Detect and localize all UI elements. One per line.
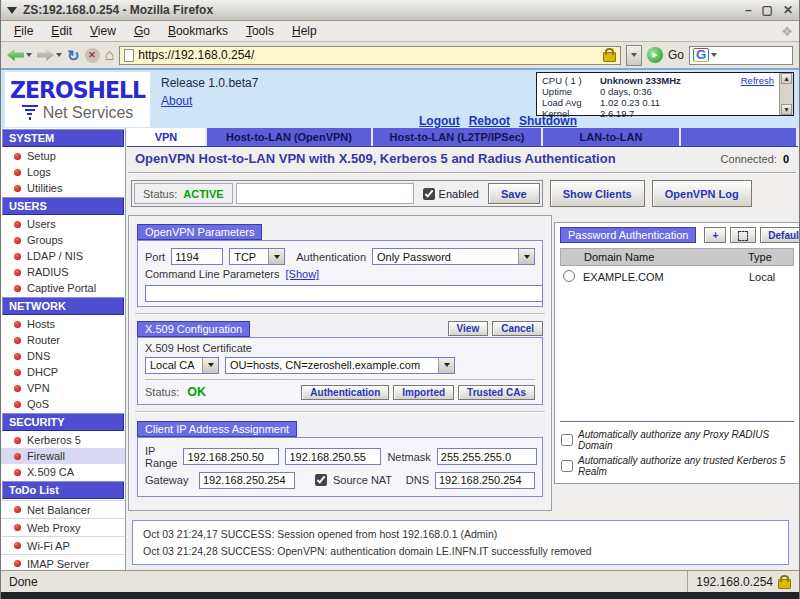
sidebar-item-users[interactable]: Users: [1, 216, 125, 232]
home-icon[interactable]: ⌂: [105, 47, 115, 63]
system-stats-box: CPU ( 1 ) Unknown 233MHz Refresh Uptime …: [536, 72, 794, 116]
openvpn-log-button[interactable]: OpenVPN Log: [652, 180, 752, 207]
sidebar-section-users: USERS: [2, 197, 124, 215]
menu-file[interactable]: File: [5, 22, 42, 40]
proxy-radius-checkbox[interactable]: [561, 434, 573, 446]
netmask-input[interactable]: [437, 448, 537, 465]
menu-edit[interactable]: Edit: [42, 22, 81, 40]
sidebar-item-captive-portal[interactable]: Captive Portal: [1, 280, 125, 296]
sidebar-item-imap-server[interactable]: IMAP Server: [1, 554, 125, 570]
sidebar-item-radius[interactable]: RADIUS: [1, 264, 125, 280]
sidebar-item-net-balancer[interactable]: Net Balancer: [1, 500, 125, 518]
sidebar-item-ldap-nis[interactable]: LDAP / NIS: [1, 248, 125, 264]
proxy-radius-check-row: Automatically authorize any Proxy RADIUS…: [561, 429, 793, 451]
logout-link[interactable]: Logout: [419, 114, 460, 128]
dns-input[interactable]: [435, 472, 535, 489]
save-button[interactable]: Save: [488, 183, 540, 204]
url-history-dropdown[interactable]: [626, 45, 642, 66]
sidebar-item-wifi-ap[interactable]: Wi-Fi AP: [1, 536, 125, 554]
forward-dropdown-icon[interactable]: [56, 53, 62, 57]
sidebar-item-firewall[interactable]: Firewall: [1, 448, 125, 464]
ip-range-to-input[interactable]: [285, 448, 381, 465]
sidebar-item-setup[interactable]: Setup: [1, 148, 125, 164]
scroll-up-icon[interactable]: ▲: [781, 73, 792, 84]
reload-icon[interactable]: ↻: [67, 48, 80, 63]
tab-host-to-lan-l2tp[interactable]: Host-to-LAN (L2TP/IPSec): [373, 128, 543, 146]
source-nat-checkbox[interactable]: [315, 474, 327, 486]
authentication-button[interactable]: Authentication: [301, 385, 389, 400]
stats-scrollbar[interactable]: ▲ ▼: [779, 73, 793, 115]
view-button[interactable]: View: [448, 321, 489, 336]
sidebar-item-utilities[interactable]: Utilities: [1, 180, 125, 196]
forward-button[interactable]: [37, 49, 62, 61]
tab-vpn[interactable]: VPN: [127, 128, 207, 146]
certificate-select[interactable]: OU=hosts, CN=zeroshell.example.com: [225, 357, 455, 374]
scroll-down-icon[interactable]: ▼: [781, 104, 792, 115]
back-button[interactable]: [7, 49, 32, 61]
menu-go[interactable]: Go: [125, 22, 159, 40]
port-input[interactable]: [171, 248, 223, 265]
sidebar-item-router[interactable]: Router: [1, 332, 125, 348]
sidebar-item-kerberos5[interactable]: Kerberos 5: [1, 432, 125, 448]
domain-table-row: EXAMPLE.COM Local: [560, 266, 794, 288]
search-engine-dropdown-icon[interactable]: [711, 53, 717, 57]
url-text[interactable]: https://192.168.0.254/: [138, 48, 599, 62]
show-clients-button[interactable]: Show Clients: [550, 180, 645, 207]
statusbar-text: Done: [9, 575, 38, 589]
statusbar-site[interactable]: 192.168.0.254: [687, 571, 799, 592]
tab-host-to-lan-openvpn[interactable]: Host-to-LAN (OpenVPN): [207, 128, 373, 146]
sidebar-item-qos[interactable]: QoS: [1, 396, 125, 412]
ca-select[interactable]: Local CA: [145, 357, 219, 374]
tab-lan-to-lan[interactable]: LAN-to-LAN: [543, 128, 681, 146]
reboot-link[interactable]: Reboot: [469, 114, 510, 128]
url-bar[interactable]: https://192.168.0.254/: [119, 46, 621, 65]
domain-radio[interactable]: [563, 270, 575, 282]
bullet-icon: [14, 185, 21, 192]
about-link[interactable]: About: [161, 94, 192, 108]
ip-range-from-input[interactable]: [183, 448, 279, 465]
menu-tools[interactable]: Tools: [237, 22, 283, 40]
close-icon[interactable]: ✕: [783, 4, 793, 16]
menu-help[interactable]: Help: [283, 22, 326, 40]
trusted-cas-button[interactable]: Trusted CAs: [458, 385, 535, 400]
authentication-select[interactable]: Only Password: [372, 248, 535, 265]
kerberos-realm-checkbox[interactable]: [561, 460, 573, 472]
cmdline-input[interactable]: [145, 285, 543, 302]
show-link[interactable]: [Show]: [286, 268, 320, 280]
sidebar-item-logs[interactable]: Logs: [1, 164, 125, 180]
sidebar-item-vpn[interactable]: VPN: [1, 380, 125, 396]
bullet-icon: [14, 237, 21, 244]
refresh-link[interactable]: Refresh: [741, 75, 774, 86]
throbber-icon: ❖: [781, 24, 795, 39]
cancel-button[interactable]: Cancel: [492, 321, 543, 336]
menu-view[interactable]: View: [81, 22, 125, 40]
kerberos-realm-check-row: Automatically authorize any trusted Kerb…: [561, 455, 793, 477]
go-icon[interactable]: ▶: [647, 47, 663, 63]
main-content: VPN Host-to-LAN (OpenVPN) Host-to-LAN (L…: [126, 128, 799, 570]
maximize-icon[interactable]: ▢: [762, 4, 773, 16]
add-domain-button[interactable]: +: [704, 227, 726, 243]
logo-text: ZEROSHELL: [10, 77, 145, 103]
minimize-icon[interactable]: –: [745, 4, 752, 16]
sidebar-item-groups[interactable]: Groups: [1, 232, 125, 248]
stop-icon[interactable]: ✕: [85, 48, 100, 63]
sidebar-item-hosts[interactable]: Hosts: [1, 316, 125, 332]
sidebar-item-web-proxy[interactable]: Web Proxy: [1, 518, 125, 536]
stat-label: Kernel: [542, 108, 600, 119]
window-menu-icon[interactable]: [7, 7, 17, 14]
menubar: File Edit View Go Bookmarks Tools Help ❖: [1, 21, 799, 42]
enabled-checkbox[interactable]: [423, 188, 435, 200]
sidebar-item-x509-ca[interactable]: X.509 CA: [1, 464, 125, 480]
remove-domain-button[interactable]: [730, 227, 756, 243]
back-dropdown-icon[interactable]: [26, 53, 32, 57]
protocol-select[interactable]: TCP: [229, 248, 285, 265]
stat-label: CPU ( 1 ): [542, 75, 600, 86]
go-label[interactable]: Go: [668, 48, 684, 62]
search-input[interactable]: G: [689, 46, 793, 65]
imported-button[interactable]: Imported: [393, 385, 454, 400]
sidebar-item-dns[interactable]: DNS: [1, 348, 125, 364]
sidebar-item-dhcp[interactable]: DHCP: [1, 364, 125, 380]
default-button[interactable]: Default: [760, 227, 800, 243]
menu-bookmarks[interactable]: Bookmarks: [159, 22, 237, 40]
gateway-input[interactable]: [199, 472, 295, 489]
